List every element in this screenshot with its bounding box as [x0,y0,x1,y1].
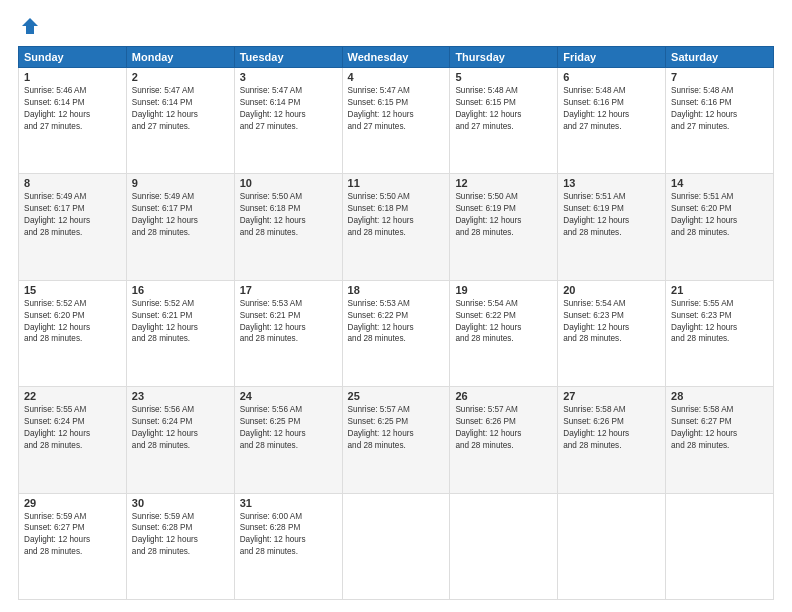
day-number: 15 [24,284,121,296]
day-number: 30 [132,497,229,509]
col-header-sunday: Sunday [19,47,127,68]
day-cell-3: 3Sunrise: 5:47 AM Sunset: 6:14 PM Daylig… [234,68,342,174]
day-number: 10 [240,177,337,189]
day-cell-22: 22Sunrise: 5:55 AM Sunset: 6:24 PM Dayli… [19,387,127,493]
day-number: 17 [240,284,337,296]
day-cell-8: 8Sunrise: 5:49 AM Sunset: 6:17 PM Daylig… [19,174,127,280]
day-cell-28: 28Sunrise: 5:58 AM Sunset: 6:27 PM Dayli… [666,387,774,493]
svg-marker-0 [22,18,38,34]
day-cell-13: 13Sunrise: 5:51 AM Sunset: 6:19 PM Dayli… [558,174,666,280]
empty-cell [450,493,558,599]
logo-icon [20,16,40,36]
day-cell-10: 10Sunrise: 5:50 AM Sunset: 6:18 PM Dayli… [234,174,342,280]
day-number: 29 [24,497,121,509]
day-cell-30: 30Sunrise: 5:59 AM Sunset: 6:28 PM Dayli… [126,493,234,599]
cell-info: Sunrise: 5:50 AM Sunset: 6:19 PM Dayligh… [455,191,552,239]
day-cell-11: 11Sunrise: 5:50 AM Sunset: 6:18 PM Dayli… [342,174,450,280]
cell-info: Sunrise: 5:57 AM Sunset: 6:26 PM Dayligh… [455,404,552,452]
day-number: 21 [671,284,768,296]
day-number: 24 [240,390,337,402]
day-number: 27 [563,390,660,402]
day-cell-27: 27Sunrise: 5:58 AM Sunset: 6:26 PM Dayli… [558,387,666,493]
day-cell-16: 16Sunrise: 5:52 AM Sunset: 6:21 PM Dayli… [126,280,234,386]
day-cell-19: 19Sunrise: 5:54 AM Sunset: 6:22 PM Dayli… [450,280,558,386]
cell-info: Sunrise: 5:53 AM Sunset: 6:22 PM Dayligh… [348,298,445,346]
day-number: 1 [24,71,121,83]
col-header-thursday: Thursday [450,47,558,68]
day-cell-23: 23Sunrise: 5:56 AM Sunset: 6:24 PM Dayli… [126,387,234,493]
cell-info: Sunrise: 5:51 AM Sunset: 6:19 PM Dayligh… [563,191,660,239]
day-number: 4 [348,71,445,83]
day-cell-2: 2Sunrise: 5:47 AM Sunset: 6:14 PM Daylig… [126,68,234,174]
day-number: 23 [132,390,229,402]
day-number: 11 [348,177,445,189]
day-number: 12 [455,177,552,189]
day-cell-4: 4Sunrise: 5:47 AM Sunset: 6:15 PM Daylig… [342,68,450,174]
col-header-tuesday: Tuesday [234,47,342,68]
cell-info: Sunrise: 5:48 AM Sunset: 6:16 PM Dayligh… [671,85,768,133]
day-cell-21: 21Sunrise: 5:55 AM Sunset: 6:23 PM Dayli… [666,280,774,386]
cell-info: Sunrise: 5:55 AM Sunset: 6:24 PM Dayligh… [24,404,121,452]
page: SundayMondayTuesdayWednesdayThursdayFrid… [0,0,792,612]
cell-info: Sunrise: 5:47 AM Sunset: 6:15 PM Dayligh… [348,85,445,133]
cell-info: Sunrise: 5:52 AM Sunset: 6:21 PM Dayligh… [132,298,229,346]
day-number: 28 [671,390,768,402]
day-number: 3 [240,71,337,83]
day-cell-25: 25Sunrise: 5:57 AM Sunset: 6:25 PM Dayli… [342,387,450,493]
day-number: 26 [455,390,552,402]
cell-info: Sunrise: 5:51 AM Sunset: 6:20 PM Dayligh… [671,191,768,239]
empty-cell [666,493,774,599]
day-number: 2 [132,71,229,83]
day-number: 25 [348,390,445,402]
day-cell-17: 17Sunrise: 5:53 AM Sunset: 6:21 PM Dayli… [234,280,342,386]
cell-info: Sunrise: 5:54 AM Sunset: 6:22 PM Dayligh… [455,298,552,346]
col-header-monday: Monday [126,47,234,68]
header [18,16,774,36]
cell-info: Sunrise: 5:55 AM Sunset: 6:23 PM Dayligh… [671,298,768,346]
cell-info: Sunrise: 5:58 AM Sunset: 6:27 PM Dayligh… [671,404,768,452]
day-cell-18: 18Sunrise: 5:53 AM Sunset: 6:22 PM Dayli… [342,280,450,386]
day-number: 19 [455,284,552,296]
day-number: 20 [563,284,660,296]
day-number: 7 [671,71,768,83]
day-number: 8 [24,177,121,189]
calendar-table: SundayMondayTuesdayWednesdayThursdayFrid… [18,46,774,600]
cell-info: Sunrise: 5:58 AM Sunset: 6:26 PM Dayligh… [563,404,660,452]
day-number: 16 [132,284,229,296]
day-cell-26: 26Sunrise: 5:57 AM Sunset: 6:26 PM Dayli… [450,387,558,493]
day-number: 5 [455,71,552,83]
day-number: 22 [24,390,121,402]
day-cell-7: 7Sunrise: 5:48 AM Sunset: 6:16 PM Daylig… [666,68,774,174]
cell-info: Sunrise: 5:47 AM Sunset: 6:14 PM Dayligh… [240,85,337,133]
empty-cell [558,493,666,599]
col-header-friday: Friday [558,47,666,68]
cell-info: Sunrise: 5:59 AM Sunset: 6:28 PM Dayligh… [132,511,229,559]
col-header-wednesday: Wednesday [342,47,450,68]
day-number: 6 [563,71,660,83]
day-number: 18 [348,284,445,296]
cell-info: Sunrise: 5:54 AM Sunset: 6:23 PM Dayligh… [563,298,660,346]
day-cell-29: 29Sunrise: 5:59 AM Sunset: 6:27 PM Dayli… [19,493,127,599]
logo [18,16,40,36]
cell-info: Sunrise: 5:59 AM Sunset: 6:27 PM Dayligh… [24,511,121,559]
empty-cell [342,493,450,599]
day-cell-24: 24Sunrise: 5:56 AM Sunset: 6:25 PM Dayli… [234,387,342,493]
day-cell-9: 9Sunrise: 5:49 AM Sunset: 6:17 PM Daylig… [126,174,234,280]
day-number: 14 [671,177,768,189]
day-number: 9 [132,177,229,189]
day-cell-31: 31Sunrise: 6:00 AM Sunset: 6:28 PM Dayli… [234,493,342,599]
cell-info: Sunrise: 5:53 AM Sunset: 6:21 PM Dayligh… [240,298,337,346]
day-cell-14: 14Sunrise: 5:51 AM Sunset: 6:20 PM Dayli… [666,174,774,280]
cell-info: Sunrise: 5:49 AM Sunset: 6:17 PM Dayligh… [24,191,121,239]
cell-info: Sunrise: 5:50 AM Sunset: 6:18 PM Dayligh… [348,191,445,239]
cell-info: Sunrise: 5:50 AM Sunset: 6:18 PM Dayligh… [240,191,337,239]
day-cell-20: 20Sunrise: 5:54 AM Sunset: 6:23 PM Dayli… [558,280,666,386]
cell-info: Sunrise: 5:46 AM Sunset: 6:14 PM Dayligh… [24,85,121,133]
col-header-saturday: Saturday [666,47,774,68]
day-number: 13 [563,177,660,189]
cell-info: Sunrise: 5:47 AM Sunset: 6:14 PM Dayligh… [132,85,229,133]
cell-info: Sunrise: 5:57 AM Sunset: 6:25 PM Dayligh… [348,404,445,452]
day-cell-6: 6Sunrise: 5:48 AM Sunset: 6:16 PM Daylig… [558,68,666,174]
day-cell-12: 12Sunrise: 5:50 AM Sunset: 6:19 PM Dayli… [450,174,558,280]
cell-info: Sunrise: 6:00 AM Sunset: 6:28 PM Dayligh… [240,511,337,559]
